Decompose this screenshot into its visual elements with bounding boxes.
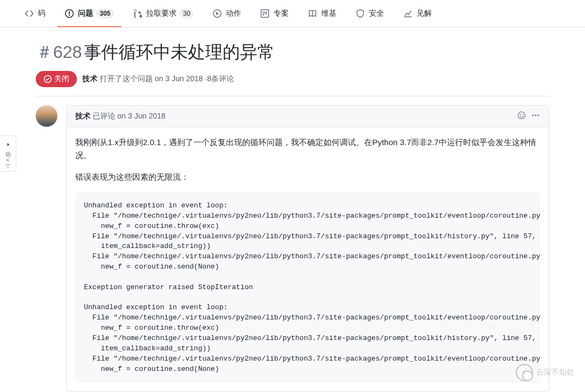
issue-number: 628 [53,42,82,62]
emoji-react-button[interactable] [517,111,526,121]
tab-label: 动作 [226,9,241,18]
comment-para-2: 错误表现为这些因素的无限流： [75,171,540,184]
shield-icon [356,9,365,18]
side-panel-toggle[interactable]: 凶<▽ [0,135,16,172]
svg-point-8 [538,115,540,116]
issue-title-row: ＃628 事件循环中未处理的异常 [36,41,549,64]
main-content: ＃628 事件循环中未处理的异常 关闭 技术 打开了这个问题 on 3 Jun … [18,28,567,392]
comment-header: 技术 已评论 on 3 Jun 2018 [67,106,549,127]
comment-date-prefix: on [118,112,126,120]
tab-actions[interactable]: 动作 [205,0,249,27]
project-icon [261,9,269,18]
state-label: 关闭 [54,74,69,84]
graph-icon [404,9,412,18]
tab-counter: 30 [180,9,193,18]
issue-title: 事件循环中未处理的异常 [84,42,275,62]
tab-pull-requests[interactable]: 拉取要求 30 [126,0,201,27]
comment-count: ·8条评论 [205,74,234,83]
comment-author[interactable]: 技术 [75,112,90,120]
tab-wiki[interactable]: 维基 [301,0,344,27]
tab-counter: 305 [96,9,114,18]
tab-label: 安全 [369,9,384,18]
watermark-text: 云深不知处 [536,368,574,377]
play-icon [213,9,222,18]
tab-code[interactable]: 码 [17,0,53,27]
comment-para-1: 我刚刚从1.x升级到2.0.1，遇到了一个反复出现的循环问题，我不确定如何调试。… [75,136,540,162]
svg-point-4 [520,114,521,115]
tab-projects[interactable]: 专案 [253,0,296,27]
svg-point-3 [518,112,525,119]
date-prefix: on [155,74,164,83]
repo-nav: 码 问题 305 拉取要求 30 动作 专案 维基 安全 见解 [0,0,585,28]
code-icon [25,9,34,18]
code-block[interactable]: Unhandled exception in event loop: File … [75,192,540,383]
tab-issues[interactable]: 问题 305 [57,0,121,27]
comment-action: 已评论 [93,112,115,120]
closed-icon [43,75,52,83]
comment-date: 3 Jun 2018 [128,112,165,120]
tab-label: 专案 [274,9,289,18]
issue-number-hash: ＃ [36,42,53,62]
tab-label: 码 [38,9,46,18]
comment-body: 我刚刚从1.x升级到2.0.1，遇到了一个反复出现的循环问题，我不确定如何调试。… [67,127,549,391]
issue-meta-text: 技术 打开了这个问题 on 3 Jun 2018 ·8条评论 [82,74,234,84]
book-icon [308,9,317,18]
comment-actions [517,111,540,121]
pull-request-icon [133,9,142,18]
tab-label: 见解 [417,9,432,18]
tab-label: 维基 [321,9,336,18]
svg-point-5 [523,114,524,115]
tab-label: 问题 [78,9,93,18]
tab-insights[interactable]: 见解 [396,0,439,27]
discussion: 技术 已评论 on 3 Jun 2018 我刚刚从1.x升级到2.0.1，遇到了… [36,105,549,392]
watermark-icon [516,364,533,381]
issue-meta: 关闭 技术 打开了这个问题 on 3 Jun 2018 ·8条评论 [36,71,549,96]
watermark: 云深不知处 [516,364,574,381]
state-badge-closed: 关闭 [36,71,77,87]
svg-point-7 [535,115,537,116]
tab-label: 拉取要求 [146,9,177,18]
tab-security[interactable]: 安全 [348,0,392,27]
side-toggle-glyphs: 凶<▽ [5,151,11,169]
kebab-menu-icon[interactable] [531,111,540,121]
issue-author[interactable]: 技术 [82,74,98,83]
chevron-right-icon [3,138,13,151]
avatar[interactable] [36,105,57,127]
svg-point-6 [532,115,534,116]
opened-date: 3 Jun 2018 [165,74,203,83]
issue-icon [65,9,74,18]
opened-action: 打开了这个问题 [100,74,153,83]
comment-box: 技术 已评论 on 3 Jun 2018 我刚刚从1.x升级到2.0.1，遇到了… [66,105,549,392]
